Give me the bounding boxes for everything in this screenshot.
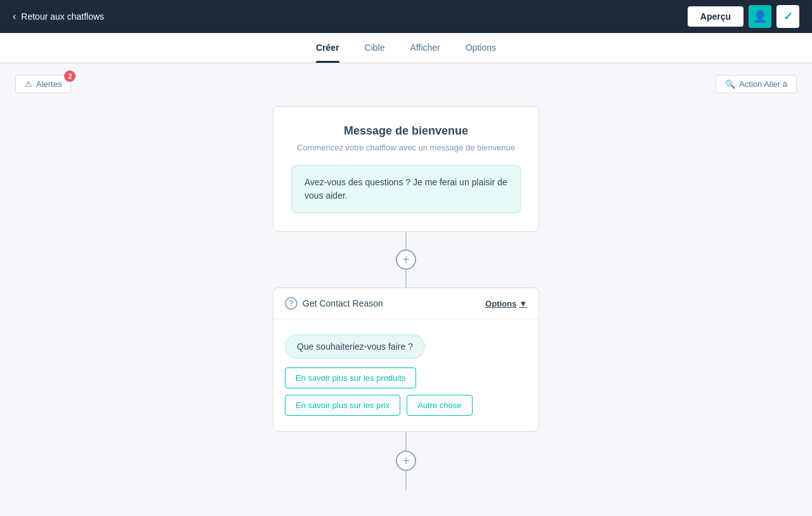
alertes-label: Alertes	[36, 79, 62, 89]
options-dropdown[interactable]: Options ▼	[485, 299, 527, 308]
question-bubble: Que souhaiteriez-vous faire ?	[285, 334, 425, 359]
search-icon: 🔍	[725, 79, 735, 89]
nav-right: Aperçu 👤 ✓	[688, 5, 799, 28]
answer-button-2[interactable]: Autre chose	[407, 395, 472, 416]
tab-options[interactable]: Options	[466, 34, 496, 62]
back-link[interactable]: ‹ Retour aux chatflows	[13, 11, 104, 22]
connector-line-2	[405, 270, 407, 288]
welcome-message-bubble[interactable]: Avez-vous des questions ? Je me ferai un…	[291, 165, 521, 213]
check-icon: ✓	[783, 10, 793, 23]
tab-cible[interactable]: Cible	[365, 34, 385, 62]
alertes-button[interactable]: ⚠ Alertes 2	[15, 75, 71, 93]
teal-icon-button[interactable]: 👤	[749, 5, 771, 28]
apercu-button[interactable]: Aperçu	[688, 6, 743, 27]
answer-buttons: En savoir plus sur les produits En savoi…	[285, 367, 527, 416]
connector-line-1	[405, 232, 407, 249]
contact-card-header: ? Get Contact Reason Options ▼	[273, 288, 539, 319]
add-button-2[interactable]: +	[396, 451, 416, 471]
person-icon: 👤	[753, 10, 767, 23]
toolbar-row: ⚠ Alertes 2 🔍 Action Aller à	[0, 63, 812, 100]
options-label: Options	[485, 299, 516, 308]
welcome-subtitle: Commencez votre chatflow avec un message…	[291, 143, 521, 152]
add-button-1[interactable]: +	[396, 249, 416, 270]
action-aller-button[interactable]: 🔍 Action Aller à	[716, 75, 797, 93]
canvas: Message de bienvenue Commencez votre cha…	[0, 100, 812, 516]
alertes-badge: 2	[64, 70, 75, 82]
flow-wrapper: Message de bienvenue Commencez votre cha…	[273, 106, 539, 490]
question-icon: ?	[285, 297, 298, 310]
answer-button-0[interactable]: En savoir plus sur les produits	[285, 367, 416, 388]
back-arrow-icon: ‹	[13, 11, 16, 22]
back-label: Retour aux chatflows	[21, 11, 104, 22]
contact-card-name: Get Contact Reason	[303, 298, 383, 308]
connector-line-3	[405, 432, 407, 451]
card-body: Que souhaiteriez-vous faire ? En savoir …	[273, 319, 539, 416]
contact-card-title-row: ? Get Contact Reason	[285, 297, 383, 310]
answer-button-1[interactable]: En savoir plus sur les prix	[285, 395, 400, 416]
chevron-down-icon: ▼	[519, 299, 527, 308]
warning-icon: ⚠	[25, 79, 32, 89]
contact-card: ? Get Contact Reason Options ▼ Que souha…	[273, 288, 539, 432]
welcome-title: Message de bienvenue	[291, 124, 521, 138]
tab-creer[interactable]: Créer	[316, 34, 339, 62]
welcome-card: Message de bienvenue Commencez votre cha…	[273, 106, 539, 232]
action-aller-label: Action Aller à	[739, 79, 787, 89]
tabs-bar: Créer Cible Afficher Options	[0, 33, 812, 63]
connector-line-4	[405, 471, 407, 490]
top-navigation: ‹ Retour aux chatflows Aperçu 👤 ✓	[0, 0, 812, 33]
tab-afficher[interactable]: Afficher	[410, 34, 440, 62]
save-check-button[interactable]: ✓	[776, 5, 799, 28]
